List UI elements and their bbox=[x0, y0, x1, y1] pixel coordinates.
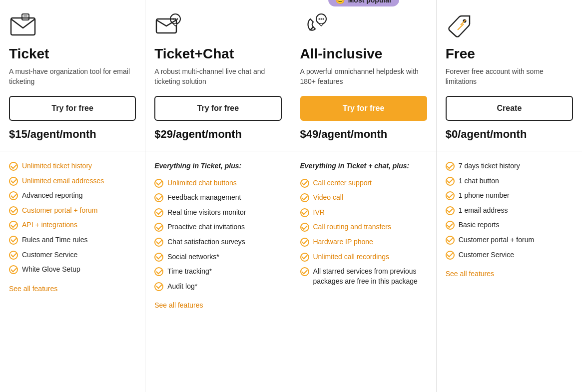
feature-text: All starred services from previous packa… bbox=[313, 267, 427, 286]
feature-check-icon bbox=[446, 251, 455, 260]
feature-text: Feedback management bbox=[167, 193, 241, 203]
feature-text: 1 phone number bbox=[459, 191, 510, 201]
plan-features-ticket-chat: Everything in Ticket, plus:Unlimited cha… bbox=[145, 151, 290, 392]
feature-text: IVR bbox=[313, 208, 325, 218]
feature-item: Audit log* bbox=[154, 282, 281, 292]
feature-text: Call center support bbox=[313, 178, 372, 188]
feature-check-icon bbox=[300, 253, 309, 262]
plan-col-ticket: TicketA must-have organization tool for … bbox=[0, 0, 145, 392]
feature-check-icon bbox=[154, 267, 163, 276]
plan-btn-free[interactable]: Create bbox=[446, 96, 573, 121]
plan-icon-ticket-chat bbox=[154, 12, 182, 40]
feature-item: Unlimited ticket history bbox=[9, 161, 136, 171]
plan-btn-ticket[interactable]: Try for free bbox=[9, 96, 136, 121]
plan-desc-ticket-chat: A robust multi-channel live chat and tic… bbox=[154, 67, 281, 87]
feature-check-icon bbox=[300, 238, 309, 247]
svg-point-12 bbox=[322, 18, 324, 20]
feature-item: Social networks* bbox=[154, 252, 281, 262]
feature-item: Customer Service bbox=[446, 250, 573, 260]
feature-check-icon bbox=[154, 238, 163, 247]
feature-text: API + integrations bbox=[22, 220, 77, 230]
feature-item: Call routing and transfers bbox=[300, 222, 427, 232]
plan-icon-ticket bbox=[9, 12, 37, 40]
feature-check-icon bbox=[154, 208, 163, 217]
svg-point-6 bbox=[173, 18, 174, 20]
feature-text: Chat satisfaction surveys bbox=[167, 237, 245, 247]
svg-point-10 bbox=[318, 18, 320, 20]
feature-check-icon bbox=[446, 206, 455, 215]
svg-rect-0 bbox=[11, 18, 35, 35]
plan-top-ticket-chat: Ticket+ChatA robust multi-channel live c… bbox=[145, 0, 290, 151]
feature-text: Basic reports bbox=[459, 220, 500, 230]
plan-features-free: 7 days ticket history1 chat button1 phon… bbox=[437, 151, 582, 392]
feature-check-icon bbox=[154, 253, 163, 262]
feature-text: Hardware IP phone bbox=[313, 237, 373, 247]
feature-item: Call center support bbox=[300, 178, 427, 188]
plan-col-ticket-chat: Ticket+ChatA robust multi-channel live c… bbox=[145, 0, 291, 392]
feature-check-icon bbox=[446, 236, 455, 245]
plan-icon-all-inclusive bbox=[300, 12, 328, 40]
features-intro-ticket-chat: Everything in Ticket, plus: bbox=[154, 161, 281, 171]
feature-check-icon bbox=[300, 208, 309, 217]
svg-point-11 bbox=[320, 18, 322, 20]
feature-item: 1 chat button bbox=[446, 176, 573, 186]
plan-name-free: Free bbox=[446, 46, 573, 62]
feature-item: White Glove Setup bbox=[9, 265, 136, 275]
pricing-grid: TicketA must-have organization tool for … bbox=[0, 0, 582, 392]
plan-col-free: FreeForever free account with some limit… bbox=[437, 0, 582, 392]
see-all-features-free[interactable]: See all features bbox=[446, 270, 494, 278]
feature-item: Advanced reporting bbox=[9, 191, 136, 201]
feature-text: Audit log* bbox=[167, 282, 197, 292]
plan-btn-ticket-chat[interactable]: Try for free bbox=[154, 96, 281, 121]
plan-col-all-inclusive: 😊Most popular All-inclusiveA powerful om… bbox=[291, 0, 437, 392]
feature-check-icon bbox=[446, 177, 455, 186]
feature-check-icon bbox=[9, 162, 18, 171]
feature-check-icon bbox=[446, 221, 455, 230]
see-all-features-ticket[interactable]: See all features bbox=[9, 285, 57, 293]
feature-text: Proactive chat invitations bbox=[167, 222, 245, 232]
feature-item: Hardware IP phone bbox=[300, 237, 427, 247]
features-intro-all-inclusive: Everything in Ticket + chat, plus: bbox=[300, 161, 427, 171]
feature-text: Call routing and transfers bbox=[313, 222, 391, 232]
feature-item: Customer Service bbox=[9, 250, 136, 260]
plan-price-all-inclusive: $49/agent/month bbox=[300, 128, 427, 141]
see-all-features-ticket-chat[interactable]: See all features bbox=[154, 301, 203, 309]
feature-item: Video call bbox=[300, 193, 427, 203]
plan-name-all-inclusive: All-inclusive bbox=[300, 46, 427, 62]
feature-item: Time tracking* bbox=[154, 267, 281, 277]
feature-item: Unlimited chat buttons bbox=[154, 178, 281, 188]
feature-text: Unlimited chat buttons bbox=[167, 178, 237, 188]
feature-text: Customer Service bbox=[22, 250, 77, 260]
plan-desc-ticket: A must-have organization tool for email … bbox=[9, 67, 136, 87]
feature-text: 1 email address bbox=[459, 206, 508, 216]
feature-text: Unlimited call recordings bbox=[313, 252, 390, 262]
feature-check-icon bbox=[9, 251, 18, 260]
plan-price-ticket-chat: $29/agent/month bbox=[154, 128, 281, 141]
feature-text: 1 chat button bbox=[459, 176, 499, 186]
feature-text: White Glove Setup bbox=[22, 265, 80, 275]
feature-text: Unlimited ticket history bbox=[22, 161, 92, 171]
feature-item: Basic reports bbox=[446, 220, 573, 230]
plan-btn-all-inclusive[interactable]: Try for free bbox=[300, 96, 427, 121]
feature-item: Feedback management bbox=[154, 193, 281, 203]
feature-text: Time tracking* bbox=[167, 267, 212, 277]
feature-item: Proactive chat invitations bbox=[154, 222, 281, 232]
plan-features-ticket: Unlimited ticket historyUnlimited email … bbox=[0, 151, 145, 392]
feature-item: Rules and Time rules bbox=[9, 235, 136, 245]
feature-item: API + integrations bbox=[9, 220, 136, 230]
feature-item: All starred services from previous packa… bbox=[300, 267, 427, 286]
feature-item: Real time visitors monitor bbox=[154, 208, 281, 218]
plan-features-all-inclusive: Everything in Ticket + chat, plus:Call c… bbox=[291, 151, 436, 392]
feature-item: Unlimited call recordings bbox=[300, 252, 427, 262]
plan-top-all-inclusive: 😊Most popular All-inclusiveA powerful om… bbox=[291, 0, 436, 151]
feature-text: Social networks* bbox=[167, 252, 219, 262]
plan-top-free: FreeForever free account with some limit… bbox=[437, 0, 582, 151]
feature-check-icon bbox=[300, 223, 309, 232]
most-popular-badge: 😊Most popular bbox=[328, 0, 399, 6]
feature-text: 7 days ticket history bbox=[459, 161, 520, 171]
feature-check-icon bbox=[9, 236, 18, 245]
feature-check-icon bbox=[154, 282, 163, 291]
feature-check-icon bbox=[154, 223, 163, 232]
svg-rect-1 bbox=[22, 14, 29, 20]
feature-check-icon bbox=[446, 191, 455, 200]
